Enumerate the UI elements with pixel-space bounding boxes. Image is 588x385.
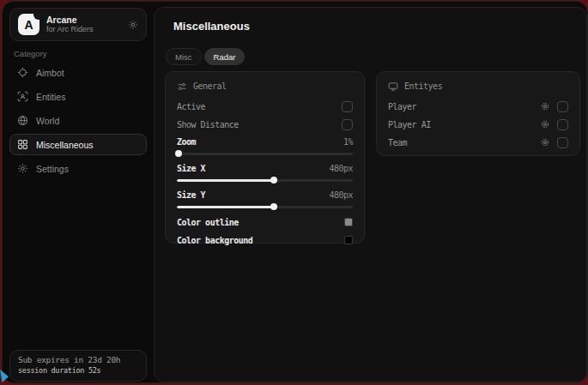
color-outline-swatch[interactable]: [344, 218, 353, 226]
app-identity: Arcane for Arc Riders: [46, 15, 94, 34]
gear-icon: [17, 163, 28, 174]
sidebar-item-label: Aimbot: [36, 68, 64, 78]
sidebar-item-label: Settings: [36, 164, 69, 174]
app-window: A Arcane for Arc Riders Category: [2, 1, 588, 383]
sidebar-item-miscellaneous[interactable]: Miscellaneous: [9, 134, 147, 155]
slider-row-size-y: Size Y 480px: [177, 188, 353, 202]
sidebar-item-label: Entities: [36, 92, 65, 102]
sliders-icon: [177, 81, 187, 92]
slider-track: [177, 206, 353, 208]
entity-label: Player: [388, 102, 416, 111]
general-card-header: General: [177, 80, 353, 93]
entity-row-player-ai: Player AI: [388, 117, 568, 132]
slider-row-zoom: Zoom 1%: [177, 135, 353, 148]
sidebar: A Arcane for Arc Riders Category: [3, 2, 154, 382]
slider-value: 480px: [329, 164, 353, 173]
sidebar-header: A Arcane for Arc Riders: [9, 8, 147, 41]
slider-label: Zoom: [177, 137, 196, 147]
gear-icon[interactable]: [540, 101, 550, 111]
entities-card: Entityes Player Player AI: [376, 71, 580, 156]
sub-expiry-text: Sub expires in 23d 20h: [18, 355, 138, 364]
entity-row-team: Team: [388, 135, 568, 150]
category-label: Category: [14, 49, 47, 58]
monitor-icon: [388, 81, 398, 92]
general-card-title: General: [193, 81, 227, 91]
sidebar-nav: Aimbot Entities: [9, 62, 147, 179]
app-subtitle: for Arc Riders: [46, 25, 94, 34]
entity-label: Player AI: [388, 120, 431, 129]
player-ai-checkbox[interactable]: [557, 119, 568, 130]
show-distance-checkbox[interactable]: [342, 119, 353, 130]
tab-bar: Misc Radar: [166, 48, 245, 65]
crosshair-icon: [17, 67, 28, 78]
slider-label: Size X: [177, 164, 205, 173]
globe-icon: [17, 115, 28, 126]
app-title: Arcane: [46, 15, 94, 25]
entities-card-title: Entityes: [404, 81, 442, 91]
session-duration-text: session duration 52s: [18, 366, 138, 375]
slider-label: Size Y: [177, 190, 205, 200]
toggle-row-show-distance: Show Distance: [177, 117, 353, 132]
slider-value: 480px: [329, 190, 353, 200]
entity-label: Team: [388, 138, 407, 147]
page-title: Miscellaneous: [173, 20, 250, 33]
size-y-slider[interactable]: [177, 202, 353, 211]
slider-value: 1%: [343, 137, 353, 147]
toggle-label: Active: [177, 102, 205, 111]
sidebar-item-label: World: [36, 116, 59, 126]
slider-thumb[interactable]: [175, 150, 182, 157]
color-row-outline: Color outline: [177, 214, 353, 230]
player-checkbox[interactable]: [557, 101, 568, 112]
slider-thumb[interactable]: [270, 177, 277, 183]
color-background-swatch[interactable]: [344, 236, 353, 244]
slider-row-size-x: Size X 480px: [177, 161, 353, 175]
slider-thumb[interactable]: [270, 203, 277, 210]
sidebar-item-label: Miscellaneous: [36, 140, 94, 150]
app-logo: A: [18, 14, 39, 35]
sidebar-item-world[interactable]: World: [9, 110, 147, 131]
toggle-row-active: Active: [177, 99, 353, 114]
active-checkbox[interactable]: [342, 101, 353, 112]
general-card: General Active Show Distance Zoom 1%: [165, 71, 365, 244]
sidebar-item-entities[interactable]: Entities: [9, 86, 147, 107]
color-label: Color outline: [177, 218, 239, 227]
size-x-slider[interactable]: [177, 176, 353, 184]
team-checkbox[interactable]: [557, 137, 568, 148]
slider-fill: [177, 179, 274, 182]
toggle-label: Show Distance: [177, 120, 239, 129]
slider-fill: [177, 206, 274, 208]
grid-icon: [17, 139, 28, 150]
color-row-background: Color background: [177, 232, 353, 248]
sidebar-item-aimbot[interactable]: Aimbot: [9, 62, 147, 83]
main-panel: Miscellaneous Misc Radar General Active: [154, 7, 587, 382]
tab-misc[interactable]: Misc: [166, 48, 202, 65]
gear-icon[interactable]: [540, 119, 550, 129]
slider-track: [177, 179, 353, 182]
color-label: Color background: [177, 236, 252, 245]
sidebar-item-settings[interactable]: Settings: [9, 158, 147, 179]
gear-icon[interactable]: [540, 137, 550, 147]
subscription-card: Sub expires in 23d 20h session duration …: [9, 350, 147, 382]
tab-radar[interactable]: Radar: [204, 48, 246, 65]
entities-card-header: Entityes: [388, 80, 568, 93]
entity-row-player: Player: [388, 99, 568, 114]
gear-icon[interactable]: [128, 20, 138, 30]
entities-icon: [17, 91, 28, 102]
slider-track: [177, 153, 353, 155]
zoom-slider[interactable]: [177, 149, 353, 158]
